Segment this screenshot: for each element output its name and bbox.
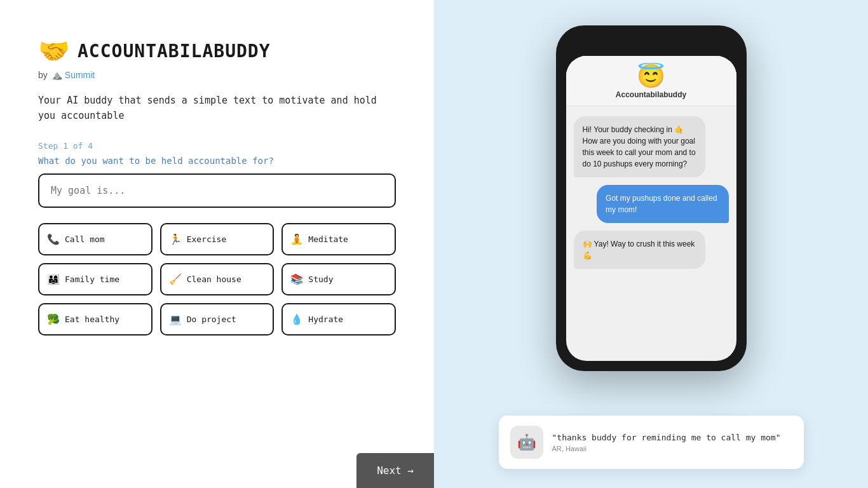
suggestion-btn[interactable]: 💧Hydrate [281, 303, 396, 336]
suggestion-emoji: 👨‍👩‍👧 [47, 273, 60, 285]
suggestion-btn[interactable]: 🏃Exercise [160, 223, 275, 255]
suggestion-btn[interactable]: 🧘Meditate [281, 223, 396, 255]
summit-emoji: ⛰️ [51, 70, 62, 80]
app-title: ACCOUNTABILABUDDY [78, 41, 271, 62]
app-logo-emoji: 🤝 [38, 38, 70, 64]
chat-message-received: 🙌 Yay! Way to crush it this week 💪 [574, 231, 705, 269]
chat-header: 😇 Accountabilabuddy [566, 56, 736, 106]
step-label: Step 1 of 4 [38, 141, 396, 151]
suggestion-emoji: 🧹 [169, 273, 182, 285]
left-panel: 🤝 ACCOUNTABILABUDDY by ⛰️ Summit Your AI… [0, 0, 434, 488]
suggestion-btn[interactable]: 📚Study [281, 263, 396, 295]
suggestions-grid: 📞Call mom🏃Exercise🧘Meditate👨‍👩‍👧Family t… [38, 223, 396, 336]
summit-name: Summit [65, 70, 95, 80]
chat-avatar-emoji: 😇 [576, 65, 726, 88]
suggestion-label: Eat healthy [65, 315, 119, 324]
suggestion-emoji: 💻 [169, 313, 182, 325]
suggestion-label: Do project [187, 315, 236, 324]
right-panel: 😇 Accountabilabuddy Hi! Your buddy check… [434, 0, 868, 488]
phone-inner: 😇 Accountabilabuddy Hi! Your buddy check… [566, 56, 736, 361]
by-label: by [38, 70, 48, 80]
suggestion-emoji: 🥦 [47, 313, 60, 325]
summit-link[interactable]: ⛰️ Summit [51, 70, 95, 80]
next-button[interactable]: Next → [356, 453, 434, 488]
testimonial-card: 🤖 "thanks buddy for reminding me to call… [499, 416, 804, 469]
suggestion-label: Family time [65, 274, 119, 284]
chat-message-sent: Got my pushups done and called my mom! [597, 185, 728, 223]
suggestion-emoji: 📞 [47, 233, 60, 245]
suggestion-emoji: 🧘 [290, 233, 303, 245]
suggestion-emoji: 🏃 [169, 233, 182, 245]
suggestion-label: Exercise [187, 234, 227, 244]
suggestion-btn[interactable]: 🧹Clean house [160, 263, 275, 295]
testimonial-content: "thanks buddy for reminding me to call m… [552, 433, 792, 452]
suggestion-btn[interactable]: 👨‍👩‍👧Family time [38, 263, 153, 295]
suggestion-label: Clean house [187, 274, 241, 284]
suggestion-btn[interactable]: 📞Call mom [38, 223, 153, 255]
suggestion-btn[interactable]: 🥦Eat healthy [38, 303, 153, 336]
chat-messages: Hi! Your buddy checking in 🤙 How are you… [566, 106, 736, 279]
app-header: 🤝 ACCOUNTABILABUDDY [38, 38, 396, 64]
suggestion-label: Study [308, 274, 333, 284]
by-line: by ⛰️ Summit [38, 70, 396, 80]
testimonial-avatar: 🤖 [510, 426, 543, 459]
phone-notch [566, 36, 736, 56]
chat-name: Accountabilabuddy [576, 90, 726, 99]
suggestion-label: Hydrate [308, 315, 343, 324]
phone-content: 😇 Accountabilabuddy Hi! Your buddy check… [566, 56, 736, 279]
suggestion-btn[interactable]: 💻Do project [160, 303, 275, 336]
phone-mockup: 😇 Accountabilabuddy Hi! Your buddy check… [556, 25, 747, 371]
question-label: What do you want to be held accountable … [38, 156, 396, 166]
goal-input[interactable] [38, 173, 396, 208]
testimonial-quote: "thanks buddy for reminding me to call m… [552, 433, 792, 442]
chat-message-received: Hi! Your buddy checking in 🤙 How are you… [574, 116, 705, 177]
suggestion-emoji: 💧 [290, 313, 303, 325]
testimonial-author: AR, Hawaii [552, 445, 792, 452]
suggestion-label: Call mom [65, 234, 105, 244]
suggestion-label: Meditate [308, 234, 348, 244]
suggestion-emoji: 📚 [290, 273, 303, 285]
app-description: Your AI buddy that sends a simple text t… [38, 93, 396, 123]
